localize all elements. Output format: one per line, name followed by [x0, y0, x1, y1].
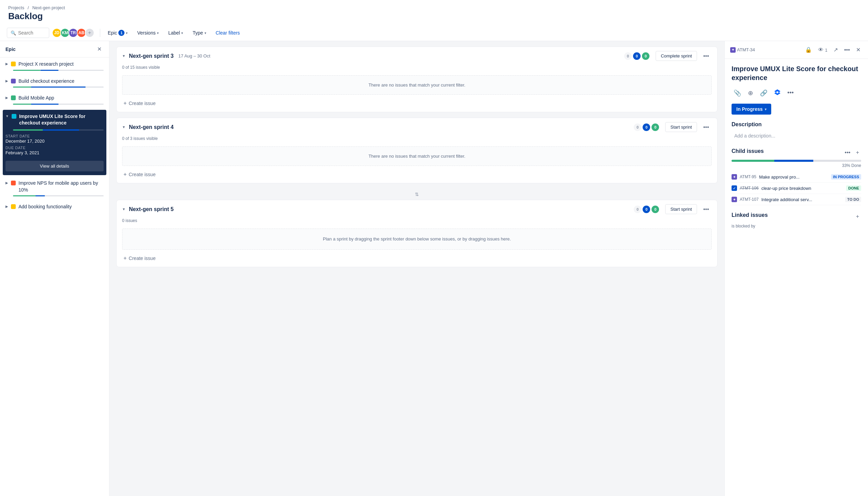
- search-box[interactable]: 🔍: [7, 28, 49, 38]
- child-issues-icon-button[interactable]: ⊕: [746, 88, 755, 98]
- sprint-5-create-issue-button[interactable]: + Create issue: [122, 252, 157, 264]
- watch-icon-button[interactable]: 👁 1: [816, 45, 829, 54]
- epic-item-chevron-icon: ▶: [5, 96, 8, 100]
- epic-color-indicator: [11, 181, 16, 185]
- epic-progress-bar: [13, 87, 104, 88]
- dropbox-icon-button[interactable]: [772, 88, 782, 98]
- epic-item-chevron-icon: ▶: [5, 79, 8, 83]
- breadcrumb-projects[interactable]: Projects: [8, 5, 24, 10]
- epic-item-chevron-icon: ▶: [5, 62, 8, 66]
- epic-item-label: Improve UMUX Lite Score for checkout exp…: [19, 113, 104, 127]
- label-filter-button[interactable]: Label ▾: [165, 28, 186, 38]
- more-options-button[interactable]: •••: [842, 45, 852, 54]
- epic-item-nps[interactable]: ▶ Improve NPS for mobile app users by 10…: [0, 177, 109, 200]
- breadcrumb-current[interactable]: Next-gen project: [32, 5, 65, 10]
- child-issue-atmt106[interactable]: ✓ ATMT-106 clear-up price breakdown DONE: [732, 183, 861, 194]
- epic-item-label: Build checkout experience: [18, 78, 74, 85]
- issue-type-icon: ✦: [730, 47, 736, 53]
- description-placeholder[interactable]: Add a description...: [732, 130, 861, 141]
- epic-filter-badge: 1: [118, 30, 124, 36]
- more-attachments-button[interactable]: •••: [785, 88, 796, 98]
- right-panel-header: ✦ ATMT-34 🔒 👁 1 ↗ ••• ✕: [725, 41, 868, 59]
- epic-filter-button[interactable]: Epic 1 ▾: [104, 28, 131, 38]
- epic-item-chevron-icon: ▶: [5, 205, 8, 208]
- epic-progress-fill-blue: [31, 104, 58, 105]
- sprint-4-create-issue-button[interactable]: + Create issue: [122, 169, 157, 180]
- epic-progress-fill-green: [13, 195, 36, 196]
- complete-sprint-button[interactable]: Complete sprint: [656, 51, 697, 61]
- sprint-4-more-button[interactable]: •••: [700, 123, 712, 132]
- sprint-3-counts: 0 0 0: [624, 52, 649, 60]
- paperclip-icon-button[interactable]: 📎: [732, 88, 743, 98]
- view-all-details-button[interactable]: View all details: [5, 161, 104, 171]
- sprint-3-create-issue-button[interactable]: + Create issue: [122, 97, 157, 109]
- lock-icon-button[interactable]: 🔒: [803, 45, 814, 54]
- child-issue-id: ATMT-106: [740, 186, 759, 191]
- epic-item-project-x[interactable]: ▶ Project X research project: [0, 57, 109, 75]
- status-button[interactable]: In Progress ▾: [732, 104, 771, 115]
- clear-filters-button[interactable]: Clear filters: [212, 28, 244, 38]
- share-icon-button[interactable]: ↗: [831, 45, 840, 54]
- sprint-3-title: Next-gen sprint 3: [129, 53, 174, 59]
- linked-issues-add-button[interactable]: +: [854, 212, 861, 221]
- epic-progress-fill-blue: [31, 87, 86, 88]
- type-filter-chevron-icon: ▾: [205, 31, 206, 35]
- epic-item-mobile-app[interactable]: ▶ Build Mobile App: [0, 91, 109, 108]
- child-header-actions: ••• +: [843, 148, 861, 157]
- search-input[interactable]: [18, 30, 45, 36]
- avatar-add[interactable]: +: [85, 28, 94, 38]
- sprint-5-count-zero: 0: [634, 206, 641, 213]
- epic-item-checkout[interactable]: ▶ Build checkout experience: [0, 75, 109, 92]
- child-issue-title: clear-up price breakdown: [761, 186, 843, 191]
- sprint-3-visible-text: 0 of 15 issues visible: [117, 65, 717, 73]
- epic-progress-fill-green: [13, 70, 40, 71]
- sprint-4-title: Next-gen sprint 4: [129, 124, 174, 130]
- child-issue-status-badge: DONE: [846, 185, 861, 191]
- epic-progress-bar: [13, 104, 104, 105]
- epic-panel-close-button[interactable]: ✕: [95, 45, 104, 53]
- type-filter-label: Type: [193, 30, 203, 36]
- sprint-5-count-green: 0: [652, 206, 659, 213]
- epic-item-umux[interactable]: ▼ Improve UMUX Lite Score for checkout e…: [3, 110, 106, 175]
- sprint-5-more-button[interactable]: •••: [700, 205, 712, 214]
- child-issue-atmt107[interactable]: ✦ ATMT-107 Integrate additional serv... …: [732, 194, 861, 205]
- child-issue-status-badge: TO DO: [845, 197, 861, 202]
- versions-filter-button[interactable]: Versions ▾: [134, 28, 162, 38]
- close-panel-button[interactable]: ✕: [854, 45, 863, 54]
- sprint-4-section: ▼ Next-gen sprint 4 0 0 0 Start sprint •…: [116, 118, 718, 183]
- epic-color-indicator: [11, 204, 16, 209]
- sprint-5-header[interactable]: ▼ Next-gen sprint 5 0 0 0 Start sprint •…: [117, 200, 717, 218]
- sprint-3-more-button[interactable]: •••: [700, 52, 712, 61]
- sprint-4-body: There are no issues that match your curr…: [117, 144, 717, 183]
- link-icon-button[interactable]: 🔗: [758, 88, 770, 98]
- sprint-4-no-issues-msg: There are no issues that match your curr…: [122, 146, 712, 166]
- epic-panel-title: Epic: [5, 47, 16, 52]
- child-issues-more-button[interactable]: •••: [843, 148, 853, 157]
- sprint-3-header[interactable]: ▼ Next-gen sprint 3 17 Aug – 30 Oct 0 0 …: [117, 47, 717, 65]
- right-panel: ✦ ATMT-34 🔒 👁 1 ↗ ••• ✕ Improve UMUX Lit…: [724, 41, 868, 496]
- epic-item-label: Improve NPS for mobile app users by 10%: [18, 180, 104, 193]
- start-sprint-4-button[interactable]: Start sprint: [665, 122, 697, 132]
- create-issue-plus-icon: +: [123, 255, 127, 261]
- separator-icon: ⇅: [415, 192, 419, 197]
- epic-item-booking[interactable]: ▶ Add booking functionality: [0, 200, 109, 214]
- start-date-value: December 17, 2020: [5, 139, 104, 144]
- child-issue-atmt95[interactable]: ✦ ATMT-95 Make approval pro... IN PROGRE…: [732, 171, 861, 183]
- epic-filter-chevron-icon: ▾: [126, 31, 128, 35]
- sprint-3-count-green: 0: [642, 52, 649, 60]
- child-issues-progress-bar: [732, 160, 861, 162]
- due-date-label: Due date: [5, 146, 104, 150]
- start-sprint-5-button[interactable]: Start sprint: [665, 204, 697, 214]
- epic-progress-fill-blue: [36, 195, 45, 196]
- child-progress-blue: [774, 160, 813, 162]
- sprint-4-header[interactable]: ▼ Next-gen sprint 4 0 0 0 Start sprint •…: [117, 118, 717, 136]
- label-filter-chevron-icon: ▾: [181, 31, 183, 35]
- sprint-4-count-blue: 0: [643, 123, 650, 131]
- child-issue-type-icon: ✓: [732, 185, 737, 191]
- child-issues-add-button[interactable]: +: [854, 148, 861, 157]
- sprint-4-visible-text: 0 of 3 issues visible: [117, 136, 717, 144]
- watch-count: 1: [825, 48, 828, 53]
- issue-attachments-bar: 📎 ⊕ 🔗 •••: [732, 88, 861, 98]
- type-filter-button[interactable]: Type ▾: [189, 28, 209, 38]
- sprint-4-counts: 0 0 0: [634, 123, 659, 131]
